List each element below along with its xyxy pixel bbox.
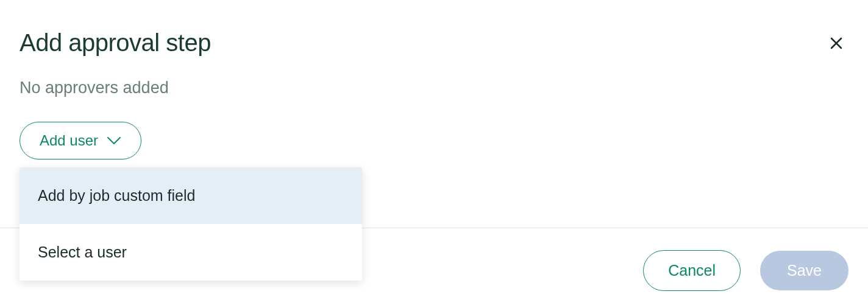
dialog-title: Add approval step [20, 29, 211, 57]
close-button[interactable] [824, 31, 848, 55]
dropdown-option-add-by-job-custom-field[interactable]: Add by job custom field [20, 167, 362, 224]
dropdown-option-select-a-user[interactable]: Select a user [20, 224, 362, 281]
cancel-button[interactable]: Cancel [643, 250, 741, 291]
dialog-header: Add approval step [0, 0, 868, 57]
dialog-footer: Cancel Save [643, 250, 848, 291]
add-user-dropdown: Add by job custom field Select a user [20, 167, 362, 281]
add-user-button[interactable]: Add user [20, 122, 141, 159]
chevron-down-icon [107, 136, 121, 145]
add-user-label: Add user [40, 132, 98, 149]
add-user-section: Add user Add by job custom field Select … [0, 97, 868, 159]
save-button[interactable]: Save [760, 251, 848, 290]
no-approvers-text: No approvers added [0, 57, 868, 97]
close-icon [829, 36, 844, 51]
